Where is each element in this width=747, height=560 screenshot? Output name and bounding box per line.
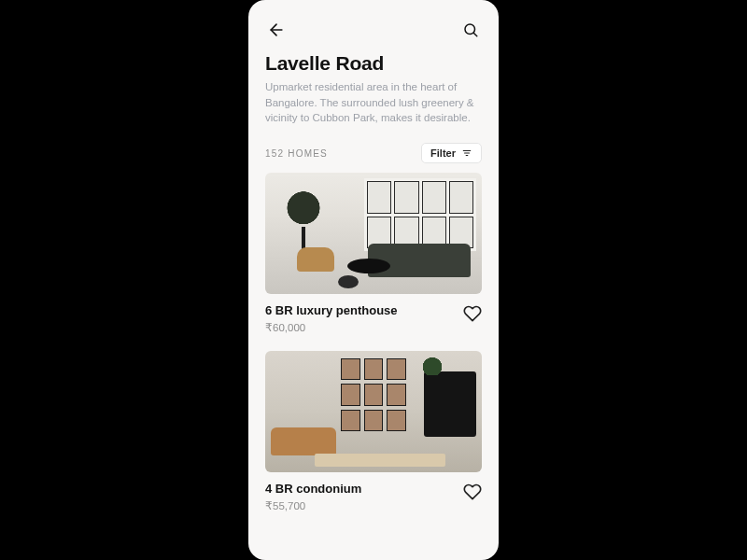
app-screen: Lavelle Road Upmarket residential area i… [248, 0, 499, 560]
top-bar [248, 0, 499, 49]
count-filter-row: 152 HOMES Filter [248, 126, 499, 173]
listing-meta: 4 BR condonium ₹55,700 [265, 482, 482, 512]
listing-meta: 6 BR luxury penthouse ₹60,000 [265, 303, 482, 334]
heart-icon [463, 304, 482, 323]
listing-title: 6 BR luxury penthouse [265, 303, 398, 317]
listing-card[interactable]: 4 BR condonium ₹55,700 [265, 351, 482, 512]
listing-title: 4 BR condonium [265, 482, 361, 496]
listing-price: ₹60,000 [265, 321, 398, 334]
favorite-button[interactable] [463, 304, 482, 327]
page-description: Upmarket residential area in the heart o… [265, 79, 482, 126]
listings: 6 BR luxury penthouse ₹60,000 4 BR condo… [248, 173, 499, 548]
filter-label: Filter [430, 147, 456, 159]
page-title: Lavelle Road [265, 52, 482, 75]
homes-count: 152 HOMES [265, 148, 328, 159]
heart-icon [463, 483, 482, 501]
sliders-icon [461, 148, 472, 158]
svg-point-1 [465, 24, 475, 35]
back-button[interactable] [265, 19, 288, 41]
svg-line-2 [473, 33, 476, 35]
search-button[interactable] [459, 19, 482, 41]
filter-button[interactable]: Filter [421, 143, 482, 163]
favorite-button[interactable] [463, 483, 482, 505]
arrow-left-icon [267, 21, 286, 39]
listing-photo [265, 173, 482, 294]
listing-card[interactable]: 6 BR luxury penthouse ₹60,000 [265, 173, 482, 334]
listing-photo [265, 351, 482, 472]
search-icon [462, 21, 479, 38]
title-block: Lavelle Road Upmarket residential area i… [248, 49, 499, 126]
listing-price: ₹55,700 [265, 499, 361, 512]
